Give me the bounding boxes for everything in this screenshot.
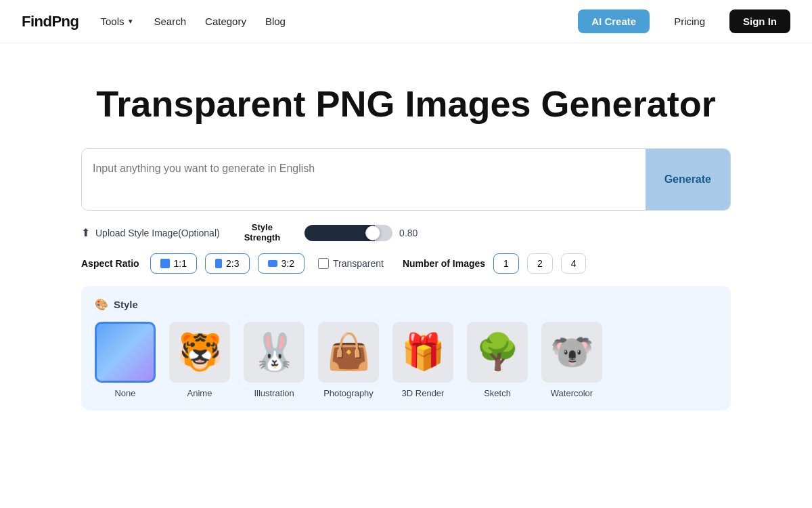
style-section-header: 🎨 Style	[95, 298, 717, 311]
num-images-4[interactable]: 4	[561, 253, 587, 274]
bag-icon: 👜	[327, 331, 371, 373]
tools-menu[interactable]: Tools ▾	[100, 16, 132, 27]
num-images-label: Number of Images	[403, 258, 485, 269]
style-item-watercolor[interactable]: 🐨 Watercolor	[541, 322, 602, 398]
pricing-button[interactable]: Pricing	[671, 16, 708, 27]
aspect-label-3-2: 3:2	[281, 258, 294, 269]
aspect-btn-2-3[interactable]: 2:3	[205, 253, 249, 274]
style-item-none[interactable]: None	[95, 322, 156, 398]
aspect-ratio-label: Aspect Ratio	[81, 258, 139, 269]
aspect-icon-1-1	[160, 259, 170, 268]
style-thumb-watercolor: 🐨	[541, 322, 602, 383]
gift-icon: 🎁	[401, 331, 445, 373]
style-label-3d-render: 3D Render	[402, 388, 445, 398]
style-item-illustration[interactable]: 🐰 Illustration	[244, 322, 304, 398]
sign-in-button[interactable]: Sign In	[729, 9, 790, 33]
navbar: FindPng Tools ▾ Search Category Blog AI …	[0, 0, 812, 43]
main-content: Transparent PNG Images Generator Generat…	[0, 43, 812, 438]
style-thumb-sketch: 🌳	[467, 322, 528, 383]
prompt-input[interactable]	[82, 149, 646, 210]
prompt-container: Generate	[81, 148, 731, 211]
page-title: Transparent PNG Images Generator	[96, 84, 715, 124]
nav-category[interactable]: Category	[205, 16, 246, 27]
transparent-checkbox[interactable]	[318, 258, 329, 269]
ai-create-button[interactable]: AI Create	[578, 9, 650, 33]
style-strength-control: StyleStrength	[244, 223, 280, 242]
koala-icon: 🐨	[550, 331, 594, 373]
logo[interactable]: FindPng	[22, 13, 78, 30]
aspect-label-2-3: 2:3	[226, 258, 239, 269]
style-strength-label: StyleStrength	[244, 223, 280, 242]
style-item-photography[interactable]: 👜 Photography	[318, 322, 379, 398]
nav-links: Search Category Blog	[154, 16, 286, 27]
num-images-1[interactable]: 1	[493, 253, 519, 274]
aspect-btn-3-2[interactable]: 3:2	[258, 253, 304, 274]
style-items: None 🐯 Anime 🐰 Illustration 👜	[95, 322, 717, 398]
style-label-anime: Anime	[187, 388, 212, 398]
tiger-icon: 🐯	[177, 331, 223, 373]
style-label-none: None	[114, 388, 135, 398]
style-section-label: Style	[114, 299, 138, 310]
transparent-option: Transparent	[318, 258, 384, 269]
num-images-2[interactable]: 2	[527, 253, 553, 274]
style-label-photography: Photography	[323, 388, 374, 398]
upload-label: Upload Style Image(Optional)	[95, 228, 220, 238]
style-thumb-anime: 🐯	[169, 322, 230, 383]
controls-row: ⬆ Upload Style Image(Optional) StyleStre…	[81, 223, 731, 242]
style-item-3d-render[interactable]: 🎁 3D Render	[392, 322, 453, 398]
nav-blog[interactable]: Blog	[265, 16, 286, 27]
tools-label: Tools	[100, 16, 124, 27]
upload-icon: ⬆	[81, 226, 90, 239]
tree-icon: 🌳	[476, 331, 520, 373]
style-section: 🎨 Style None 🐯 Anime 🐰 Illustrati	[81, 286, 731, 410]
slider-row: 0.80	[304, 225, 420, 241]
generate-button[interactable]: Generate	[646, 149, 730, 210]
aspect-icon-3-2	[268, 260, 277, 267]
style-thumb-none	[95, 322, 156, 383]
aspect-icon-2-3	[215, 259, 222, 268]
aspect-btn-1-1[interactable]: 1:1	[150, 253, 197, 274]
style-label-sketch: Sketch	[484, 388, 511, 398]
slider-thumb	[365, 226, 380, 240]
tools-chevron-icon: ▾	[129, 17, 133, 26]
style-label-watercolor: Watercolor	[551, 388, 593, 398]
style-item-anime[interactable]: 🐯 Anime	[169, 322, 230, 398]
style-thumb-3d-render: 🎁	[392, 322, 453, 383]
aspect-label-1-1: 1:1	[174, 258, 187, 269]
style-label-illustration: Illustration	[254, 388, 294, 398]
nav-search[interactable]: Search	[154, 16, 187, 27]
style-thumb-illustration: 🐰	[244, 322, 304, 383]
slider-track[interactable]	[304, 225, 392, 241]
options-row: Aspect Ratio 1:1 2:3 3:2 Transparent Num…	[81, 253, 731, 274]
upload-style-button[interactable]: ⬆ Upload Style Image(Optional)	[81, 226, 220, 239]
slider-value: 0.80	[399, 228, 420, 238]
transparent-label: Transparent	[333, 258, 384, 269]
rabbit-icon: 🐰	[252, 331, 297, 373]
style-item-sketch[interactable]: 🌳 Sketch	[467, 322, 528, 398]
palette-icon: 🎨	[95, 298, 108, 311]
style-thumb-photography: 👜	[318, 322, 379, 383]
